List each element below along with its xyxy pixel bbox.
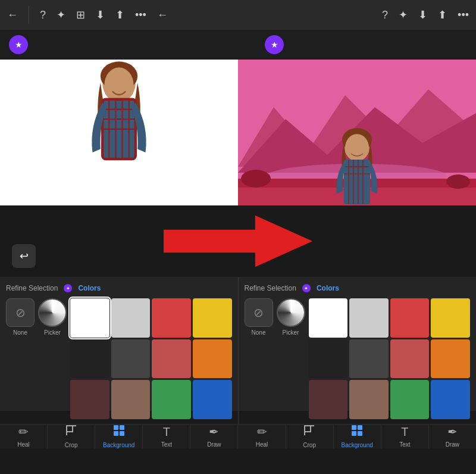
nav-item-draw-right[interactable]: ✒ Draw [429,425,476,448]
color-cell-1[interactable] [349,298,389,338]
share-icon-right[interactable]: ⬆ [438,8,447,21]
nav-item-text-left[interactable]: T Text [143,425,190,448]
svg-rect-34 [114,425,118,430]
color-cell-7[interactable] [193,339,232,379]
background-icon-right [351,425,363,439]
color-cell-0[interactable] [309,298,348,338]
color-options-right: ⊘ None Picker [245,298,471,419]
nav-item-text-right[interactable]: T Text [381,425,429,448]
heal-icon-left: ✏ [18,425,29,439]
heal-label-left: Heal [17,441,30,448]
top-toolbar: ← ? ✦ ⊞ ⬇ ⬆ ••• ← ? ✦ ⬇ ⬆ ••• [0,0,476,30]
background-label-right: Background [342,442,373,448]
toolbar-right: ? ✦ ⬇ ⬆ ••• [382,8,469,21]
picker-option-right[interactable]: Picker [277,298,305,336]
svg-rect-38 [305,426,311,432]
color-panel-left: Refine Selection ✦ Colors ⊘ None Picker [0,277,239,424]
svg-point-2 [105,67,134,102]
svg-point-22 [345,134,369,161]
star-icon-left: ★ [15,40,23,49]
text-label-left: Text [161,441,172,448]
magic-icon-right[interactable]: ✦ [399,8,408,21]
color-options-left: ⊘ None Picker [6,298,232,419]
nav-item-crop-left[interactable]: Crop [48,425,95,448]
back-icon[interactable]: ← [7,9,18,21]
color-panels-row: Refine Selection ✦ Colors ⊘ None Picker [0,277,476,424]
color-cell-7[interactable] [431,339,470,379]
color-cell-11[interactable] [431,380,470,419]
star-badge-right[interactable]: ★ [265,35,284,54]
star-badge-left[interactable]: ★ [9,35,28,54]
color-cell-5[interactable] [111,339,151,379]
more-icon-left[interactable]: ••• [135,9,146,21]
share-icon-left[interactable]: ⬆ [115,8,124,21]
svg-rect-35 [120,425,124,430]
color-cell-8[interactable] [70,380,109,419]
toolbar-divider-1 [29,6,29,24]
nav-item-heal-right[interactable]: ✏ Heal [238,425,286,448]
download-icon-left[interactable]: ⬇ [96,8,105,21]
svg-marker-30 [164,216,312,267]
none-option-right[interactable]: ⊘ None [245,298,273,336]
color-cell-8[interactable] [309,380,348,419]
close-icon-left[interactable]: ← [157,9,168,21]
color-cell-1[interactable] [111,298,151,338]
arrow-section: ↩ [0,205,476,277]
color-cell-6[interactable] [152,339,191,379]
nav-item-heal-left[interactable]: ✏ Heal [0,425,48,448]
nav-item-draw-left[interactable]: ✒ Draw [190,425,238,448]
more-icon-right[interactable]: ••• [458,9,469,21]
color-cell-2[interactable] [390,298,430,338]
nav-item-crop-right[interactable]: Crop [286,425,334,448]
background-label-left: Background [103,442,134,448]
help-icon-right[interactable]: ? [382,9,388,21]
picker-option-left[interactable]: Picker [38,298,67,336]
picker-swatch-right [277,298,305,327]
color-cell-5[interactable] [349,339,389,379]
landscape-svg [238,60,476,205]
picker-swatch-left [38,298,67,327]
color-cell-2[interactable] [152,298,191,338]
canvas-right [238,60,476,205]
undo-button[interactable]: ↩ [12,244,36,268]
color-cell-9[interactable] [111,380,151,419]
colors-label-right[interactable]: Colors [317,284,339,292]
toolbar-left: ← ? ✦ ⊞ ⬇ ⬆ ••• ← [7,6,371,24]
refine-label-right: Refine Selection [245,284,296,292]
color-cell-10[interactable] [152,380,191,419]
svg-rect-43 [352,431,356,436]
none-option-left[interactable]: ⊘ None [6,298,35,336]
svg-point-19 [446,174,470,189]
download-icon-right[interactable]: ⬇ [418,8,427,21]
crop-icon-right [303,425,315,439]
background-icon-left [113,425,125,439]
heal-label-right: Heal [256,441,268,448]
help-icon-left[interactable]: ? [40,9,46,21]
none-swatch-left: ⊘ [6,298,35,327]
none-swatch-right: ⊘ [245,298,273,327]
magic-icon-left[interactable]: ✦ [57,8,65,21]
colors-label-left[interactable]: Colors [78,284,101,292]
picker-label-left: Picker [44,329,61,336]
nav-item-background-right[interactable]: Background [334,425,381,448]
color-cell-11[interactable] [193,380,232,419]
color-cell-9[interactable] [349,380,389,419]
color-panel-right: Refine Selection ✦ Colors ⊘ None Picker [239,277,477,424]
person-image-left [0,60,238,205]
nav-item-background-left[interactable]: Background [95,425,143,448]
color-cell-10[interactable] [390,380,430,419]
bottom-panel: Refine Selection ✦ Colors ⊘ None Picker [0,277,476,411]
svg-rect-37 [120,431,124,436]
svg-rect-36 [114,431,118,436]
color-cell-3[interactable] [431,298,470,338]
color-cell-4[interactable] [309,339,348,379]
panel-header-left: Refine Selection ✦ Colors [6,284,232,292]
panels-icon-left[interactable]: ⊞ [76,8,85,21]
color-cell-4[interactable] [70,339,109,379]
draw-icon-right: ✒ [447,425,458,439]
color-cell-6[interactable] [390,339,430,379]
color-cell-0[interactable] [70,298,109,338]
star-icon-right: ★ [271,40,278,49]
color-cell-3[interactable] [193,298,232,338]
panel-header-right: Refine Selection ✦ Colors [245,284,471,292]
